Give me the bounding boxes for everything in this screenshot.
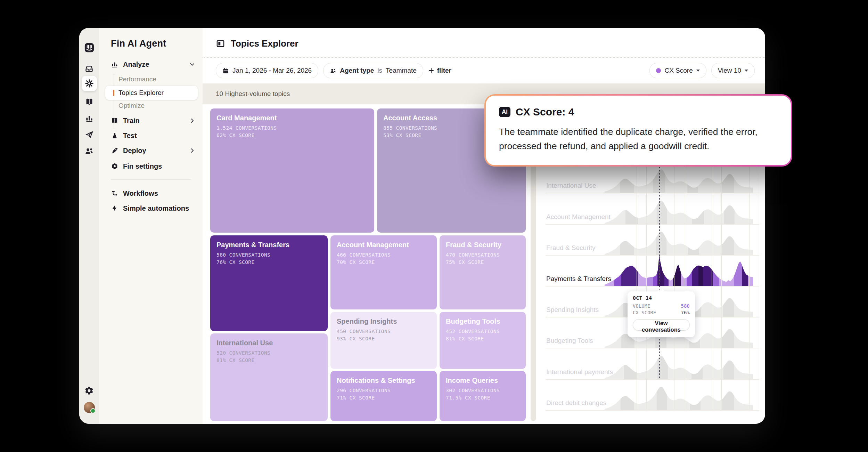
page-title-text: Topics Explorer <box>231 38 298 49</box>
sidebar-item-topics-explorer-selected[interactable]: Topics Explorer <box>105 86 198 100</box>
tile-score: 76% CX SCORE <box>216 259 328 266</box>
intercom-logo[interactable] <box>79 42 99 53</box>
gridline <box>712 163 712 410</box>
fin-settings-nut-icon <box>111 162 118 170</box>
sidebar-item-performance[interactable]: Performance <box>118 74 156 84</box>
knowledge-book-icon[interactable] <box>79 97 99 106</box>
treemap-tile-budgeting-tools[interactable]: Budgeting Tools 452 CONVERSATIONS 81% CX… <box>440 312 526 369</box>
tile-conversations: 470 CONVERSATIONS <box>446 251 526 259</box>
outbound-send-icon[interactable] <box>79 130 99 139</box>
sidebar-item-label: Deploy <box>123 147 146 155</box>
tile-score: 62% CX SCORE <box>216 132 374 139</box>
ridgeline-row-international-payments[interactable]: International payments <box>546 348 759 380</box>
sidebar-item-label: Train <box>123 117 140 125</box>
sidebar-item-label: Analyze <box>123 60 149 68</box>
gridline <box>646 163 647 410</box>
tile-conversations: 1,524 CONVERSATIONS <box>216 124 374 132</box>
ai-badge: AI <box>499 107 510 117</box>
row-label: International payments <box>546 368 613 376</box>
add-filter-label: filter <box>437 67 451 74</box>
treemap-tile-spending-insights[interactable]: Spending Insights 450 CONVERSATIONS 93% … <box>330 312 437 369</box>
add-filter-button[interactable]: filter <box>428 67 451 74</box>
row-label: Direct debit changes <box>546 399 606 407</box>
tile-conversations: 296 CONVERSATIONS <box>337 387 437 394</box>
tile-score: 71.5% CX SCORE <box>446 394 526 402</box>
tile-title: Payments & Transfers <box>216 241 328 249</box>
sidebar-item-test[interactable]: Test <box>111 129 196 142</box>
settings-gear-icon[interactable] <box>79 386 99 395</box>
row-label: International Use <box>546 182 596 189</box>
gridline <box>684 163 684 410</box>
row-label: Fraud & Security <box>546 244 596 252</box>
view-count-selector[interactable]: View 10 <box>711 63 755 78</box>
ridgeline-row-direct-debit-changes[interactable]: Direct debit changes <box>546 379 759 411</box>
test-flask-icon <box>111 132 118 139</box>
treemap-tile-notifications-settings[interactable]: Notifications & Settings 296 CONVERSATIO… <box>330 371 437 421</box>
reports-icon[interactable] <box>79 114 99 123</box>
fin-starburst-icon <box>85 79 94 88</box>
metric-selector[interactable]: CX Score <box>649 63 706 78</box>
tile-score: 70% CX SCORE <box>337 259 437 266</box>
sidebar-item-deploy[interactable]: Deploy <box>111 144 196 157</box>
agent-type-filter[interactable]: Agent type is Teammate <box>323 63 423 78</box>
chevron-right-icon <box>189 117 196 124</box>
page-title: Topics Explorer <box>216 38 298 49</box>
tile-conversations: 520 CONVERSATIONS <box>216 349 328 357</box>
ridgeline-row-fraud-security[interactable]: Fraud & Security <box>546 224 759 256</box>
contacts-people-icon[interactable] <box>79 146 99 156</box>
sidebar-item-label: Fin settings <box>123 162 162 170</box>
tile-score: 81% CX SCORE <box>216 357 328 364</box>
sidebar-item-analyze[interactable]: Analyze <box>111 58 196 71</box>
caret-down-icon <box>745 70 748 72</box>
agent-type-value: Teammate <box>386 67 417 74</box>
sidebar-item-fin-settings[interactable]: Fin settings <box>111 160 196 172</box>
treemap-tile-international-use[interactable]: International Use 520 CONVERSATIONS 81% … <box>210 333 328 421</box>
treemap-tile-payments-transfers[interactable]: Payments & Transfers 580 CONVERSATIONS 7… <box>210 235 328 331</box>
gridline <box>721 163 722 410</box>
active-indicator-bar <box>113 90 114 96</box>
gridline <box>637 163 637 410</box>
ridgeline-row-payments-transfers[interactable]: Payments & Transfers <box>546 255 759 286</box>
tile-score: 93% CX SCORE <box>337 335 437 342</box>
ridgeline-row-account-management[interactable]: Account Management <box>546 193 759 225</box>
row-label: Payments & Transfers <box>546 275 611 283</box>
tile-score: 81% CX SCORE <box>446 335 526 342</box>
sidebar-divider <box>111 179 191 180</box>
lightning-bolt-icon <box>111 204 118 212</box>
sidebar-item-optimize[interactable]: Optimize <box>118 101 145 111</box>
user-avatar[interactable] <box>79 402 99 413</box>
sidebar-title: Fin AI Agent <box>111 38 166 49</box>
workspace-rail <box>79 28 99 424</box>
sidebar-item-label: Simple automations <box>123 204 189 212</box>
agent-type-field: Agent type <box>340 67 374 74</box>
treemap-tile-account-management[interactable]: Account Management 466 CONVERSATIONS 70%… <box>330 235 437 309</box>
cx-score-popup-body: The teammate identified the duplicate ch… <box>499 125 767 153</box>
tile-title: Income Queries <box>446 377 526 385</box>
metric-color-dot <box>656 68 661 73</box>
tile-title: Notifications & Settings <box>337 377 437 385</box>
filter-bar: Jan 1, 2026 - Mar 26, 2026 Agent type is… <box>216 63 755 78</box>
tile-title: Fraud & Security <box>446 241 526 249</box>
sidebar-item-train[interactable]: Train <box>111 114 196 127</box>
sidebar-item-workflows[interactable]: Workflows <box>111 187 196 200</box>
treemap-tile-fraud-security[interactable]: Fraud & Security 470 CONVERSATIONS 75% C… <box>440 235 526 309</box>
date-range-filter[interactable]: Jan 1, 2026 - Mar 26, 2026 <box>216 63 318 78</box>
tooltip-cx-value: 76% <box>681 309 690 316</box>
online-status-dot <box>90 408 96 413</box>
sidebar-item-simple-automations[interactable]: Simple automations <box>111 202 196 215</box>
row-label: Budgeting Tools <box>546 337 593 345</box>
tile-conversations: 450 CONVERSATIONS <box>337 328 437 335</box>
treemap-tile-card-management[interactable]: Card Management 1,524 CONVERSATIONS 62% … <box>210 108 374 233</box>
tile-title: Spending Insights <box>337 317 437 325</box>
sidebar-item-label: Optimize <box>118 102 145 110</box>
tile-conversations: 302 CONVERSATIONS <box>446 387 526 394</box>
treemap-tile-income-queries[interactable]: Income Queries 302 CONVERSATIONS 71.5% C… <box>440 371 526 421</box>
view-count-value: View 10 <box>718 67 741 74</box>
inbox-icon[interactable] <box>79 64 99 73</box>
calendar-icon <box>222 67 229 74</box>
view-conversations-button[interactable]: View conversations <box>633 319 690 331</box>
fin-ai-agent-rail-item[interactable] <box>82 76 97 91</box>
row-label: Account Management <box>546 213 611 221</box>
chart-tooltip: OCT 14 VOLUME580 CX SCORE76% View conver… <box>628 291 695 337</box>
tile-score: 75% CX SCORE <box>446 259 526 266</box>
